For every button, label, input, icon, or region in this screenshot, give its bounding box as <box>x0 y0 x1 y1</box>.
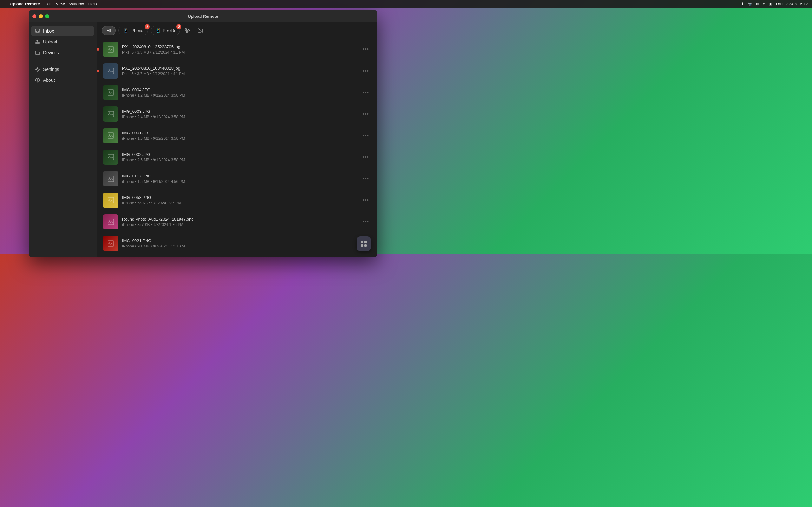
file-more-button[interactable]: ••• <box>360 88 371 97</box>
file-more-button[interactable]: ••• <box>360 153 371 162</box>
file-list: PXL_20240810_135228705.jpg Pixel 5 • 3.5… <box>97 39 377 253</box>
file-info: IMG_0001.JPG iPhone • 1.8 MB • 9/12/2024… <box>122 130 356 141</box>
file-info: IMG_0003.JPG iPhone • 2.4 MB • 9/12/2024… <box>122 109 356 119</box>
traffic-lights <box>32 14 49 18</box>
maximize-button[interactable] <box>45 14 49 18</box>
file-name: IMG_0058.PNG <box>122 195 356 200</box>
file-meta: iPhone • 66 KB • 9/8/2024 1:36 PM <box>122 201 356 205</box>
pixel5-badge: 2 <box>176 24 182 29</box>
svg-rect-27 <box>108 176 113 181</box>
file-more-button[interactable]: ••• <box>360 45 371 54</box>
menu-view[interactable]: View <box>56 2 65 6</box>
list-item[interactable]: PXL_20240810_135228705.jpg Pixel 5 • 3.5… <box>99 39 375 60</box>
sidebar-item-devices[interactable]: Devices <box>31 48 94 58</box>
inbox-icon <box>35 29 40 34</box>
no-device-button[interactable] <box>195 25 205 36</box>
filter-pixel5-label: Pixel 5 <box>163 28 175 33</box>
file-info: PXL_20240810_163440828.jpg Pixel 5 • 3.7… <box>122 66 356 76</box>
file-meta: iPhone • 1.2 MB • 9/12/2024 3:58 PM <box>122 93 356 98</box>
list-item[interactable]: IMG_0001.JPG iPhone • 1.8 MB • 9/12/2024… <box>99 125 375 147</box>
file-more-button[interactable]: ••• <box>360 131 371 140</box>
file-thumbnail <box>103 236 118 251</box>
menu-window[interactable]: Window <box>69 2 84 6</box>
window-title: Upload Remote <box>188 14 218 19</box>
menu-app-name[interactable]: Upload Remote <box>10 2 40 6</box>
svg-point-32 <box>109 220 110 222</box>
svg-point-18 <box>109 69 110 71</box>
file-more-button[interactable]: ••• <box>360 196 371 205</box>
file-thumbnail <box>103 85 118 100</box>
file-name: IMG_0004.JPG <box>122 88 356 92</box>
menu-bar-left:  Upload Remote Edit View Window Help <box>4 2 97 6</box>
svg-point-22 <box>109 112 110 114</box>
sidebar-label-about: About <box>43 78 55 83</box>
file-more-button[interactable]: ••• <box>360 110 371 119</box>
file-meta: iPhone • 1.5 MB • 9/11/2024 4:56 PM <box>122 179 356 184</box>
file-thumbnail <box>103 214 118 229</box>
sidebar-item-inbox[interactable]: Inbox <box>31 26 94 36</box>
file-thumbnail <box>103 42 118 57</box>
svg-point-26 <box>109 156 110 157</box>
sidebar-label-inbox: Inbox <box>43 29 54 34</box>
filter-sliders-icon <box>185 28 190 33</box>
filter-pixel5-button[interactable]: 📱 Pixel 5 2 <box>151 26 180 35</box>
list-item[interactable]: IMG_0058.PNG iPhone • 66 KB • 9/8/2024 1… <box>99 189 375 211</box>
svg-rect-14 <box>201 29 203 32</box>
list-item[interactable]: PXL_20240810_163440828.jpg Pixel 5 • 3.7… <box>99 60 375 82</box>
file-meta: Pixel 5 • 3.5 MB • 9/12/2024 4:11 PM <box>122 50 356 55</box>
menu-help[interactable]: Help <box>89 2 97 6</box>
new-indicator <box>97 70 99 72</box>
svg-rect-31 <box>108 219 113 225</box>
sidebar-item-settings[interactable]: Settings <box>31 64 94 74</box>
sidebar-label-settings: Settings <box>43 67 59 72</box>
file-name: IMG_0003.JPG <box>122 109 356 114</box>
filter-iphone-button[interactable]: 📱 iPhone 2 <box>118 26 148 35</box>
file-meta: iPhone • 357 KB • 9/8/2024 1:36 PM <box>122 222 356 227</box>
svg-point-16 <box>109 48 110 49</box>
sidebar-divider <box>35 61 90 61</box>
sidebar-item-upload[interactable]: Upload <box>31 37 94 47</box>
file-name: PXL_20240810_163440828.jpg <box>122 66 356 71</box>
svg-rect-25 <box>108 154 113 160</box>
list-item[interactable]: IMG_0004.JPG iPhone • 1.2 MB • 9/12/2024… <box>99 82 375 103</box>
list-item[interactable]: IMG_0021.PNG iPhone • 9.1 MB • 9/7/2024 … <box>99 233 375 253</box>
file-thumbnail <box>103 128 118 143</box>
file-more-button[interactable]: ••• <box>360 174 371 183</box>
filter-all-button[interactable]: All <box>102 26 116 35</box>
list-item[interactable]: IMG_0002.JPG iPhone • 2.5 MB • 9/12/2024… <box>99 147 375 168</box>
file-meta: Pixel 5 • 3.7 MB • 9/12/2024 4:11 PM <box>122 72 356 76</box>
file-more-button[interactable]: ••• <box>360 217 371 227</box>
file-meta: iPhone • 2.4 MB • 9/12/2024 3:58 PM <box>122 115 356 119</box>
file-name: IMG_0002.JPG <box>122 152 356 157</box>
list-item[interactable]: IMG_0117.PNG iPhone • 1.5 MB • 9/11/2024… <box>99 168 375 189</box>
file-more-button[interactable]: ••• <box>360 66 371 76</box>
pixel5-device-icon: 📱 <box>155 28 161 33</box>
svg-rect-17 <box>108 68 113 74</box>
svg-point-24 <box>109 134 110 135</box>
svg-rect-35 <box>361 241 363 243</box>
svg-point-30 <box>109 199 110 200</box>
settings-icon <box>35 67 40 72</box>
svg-point-34 <box>109 242 110 243</box>
filter-options-button[interactable] <box>183 25 193 36</box>
sidebar-item-about[interactable]: About <box>31 75 94 85</box>
file-meta: iPhone • 9.1 MB • 9/7/2024 11:17 AM <box>122 244 356 248</box>
list-item[interactable]: Round Photo_Aug172024_201847.png iPhone … <box>99 211 375 233</box>
list-item[interactable]: IMG_0003.JPG iPhone • 2.4 MB • 9/12/2024… <box>99 103 375 125</box>
file-info: IMG_0004.JPG iPhone • 1.2 MB • 9/12/2024… <box>122 88 356 98</box>
minimize-button[interactable] <box>39 14 43 18</box>
main-content: All 📱 iPhone 2 📱 Pixel 5 2 <box>97 22 377 253</box>
devices-icon <box>35 50 40 55</box>
svg-rect-1 <box>36 43 39 44</box>
apple-icon:  <box>4 2 5 6</box>
file-name: IMG_0117.PNG <box>122 174 356 178</box>
close-button[interactable] <box>32 14 37 18</box>
svg-rect-19 <box>108 90 113 95</box>
menu-edit[interactable]: Edit <box>44 2 51 6</box>
svg-rect-38 <box>364 244 367 246</box>
svg-point-20 <box>109 91 110 92</box>
new-indicator <box>97 48 99 51</box>
no-device-icon <box>197 27 203 33</box>
file-name: Round Photo_Aug172024_201847.png <box>122 217 356 222</box>
fab-button[interactable] <box>357 236 371 251</box>
